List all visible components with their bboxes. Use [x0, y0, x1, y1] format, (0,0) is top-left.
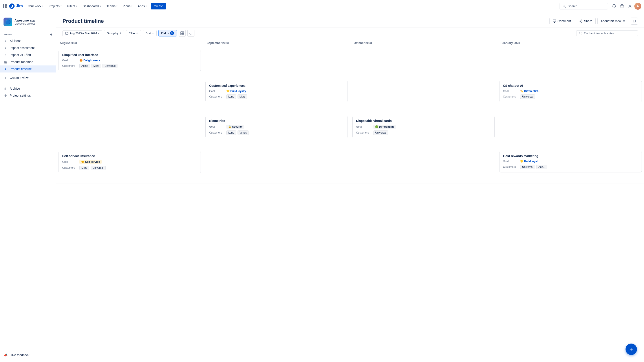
customer-universal[interactable]: Universal	[102, 64, 118, 68]
fields-count-badge: 3	[170, 31, 174, 35]
goal-delight-users[interactable]: 😍 Delight users	[80, 59, 100, 62]
sidebar-item-impact-effort[interactable]: ↗ Impact vs Effort	[0, 51, 56, 58]
svg-point-4	[629, 5, 630, 7]
sidebar-item-product-roadmap[interactable]: ▦ Product roadmap	[0, 58, 56, 65]
calendar-icon	[65, 32, 68, 35]
sidebar-item-archive[interactable]: 🗑 Archive	[0, 85, 56, 92]
date-range-button[interactable]: Aug 2023 – Mar 2024 ▾	[62, 30, 102, 36]
sidebar-item-impact-assessment[interactable]: ≡ Impact assesment	[0, 44, 56, 51]
timeline-icon: ≡	[4, 67, 8, 71]
card-customers-row: Customers Universal	[503, 94, 638, 99]
month-september: September 2023	[203, 39, 350, 47]
nav-teams[interactable]: Teams ▾	[104, 3, 120, 9]
comment-button[interactable]: Comment	[550, 18, 574, 24]
customers: Lune Venus	[226, 131, 249, 135]
goal-differentiate[interactable]: ✏️ Differentiat...	[520, 90, 540, 93]
nav-filters[interactable]: Filters ▾	[65, 3, 80, 9]
sort-button[interactable]: Sort +	[143, 30, 156, 36]
card-cs-chatbot[interactable]: CS chatbot AI Goal ✏️ Differentiat... Cu…	[499, 81, 642, 102]
nav-dashboards[interactable]: Dashboards ▾	[80, 3, 103, 9]
card-biometrics[interactable]: Biometrics Goal 🔒 Security Customers Lun…	[206, 116, 348, 138]
svg-line-22	[581, 34, 582, 34]
comment-icon	[553, 19, 556, 23]
nav-icon-group: ? A	[610, 3, 641, 10]
nav-your-work[interactable]: Your work ▾	[26, 3, 46, 9]
views-section-label: VIEWS +	[0, 30, 56, 37]
view-options-button[interactable]	[178, 30, 186, 37]
card-title: CS chatbot AI	[503, 84, 638, 87]
customer-universal[interactable]: Universal	[90, 166, 106, 170]
search-bar[interactable]: Search	[560, 3, 608, 9]
sidebar-item-all-ideas[interactable]: ≡ All ideas	[0, 37, 56, 44]
app-grid-icon[interactable]	[3, 4, 6, 8]
card-goal-row: Goal 🔒 Security	[209, 125, 344, 129]
group-by-button[interactable]: Group by +	[104, 30, 124, 36]
customer-lune[interactable]: Lune	[226, 131, 236, 135]
card-goal-row: Goal 🤝 Self service	[62, 160, 197, 164]
card-disposable-cards[interactable]: Disposable virtual cards Goal 🟢 Differen…	[352, 116, 495, 138]
row2-col-oct	[350, 78, 497, 113]
card-simplified-ui[interactable]: Simplified user interface Goal 😍 Delight…	[58, 50, 201, 71]
card-self-service-insurance[interactable]: Self-service insurance Goal 🤝 Self servi…	[58, 151, 201, 173]
timeline-row-2: Customised experiences Goal 💛 Build loya…	[56, 78, 644, 113]
sidebar-item-give-feedback[interactable]: 📣 Give feedback	[0, 352, 56, 359]
layout-icon	[180, 31, 184, 35]
about-view-button[interactable]: About this view	[597, 18, 629, 24]
filter-button[interactable]: Filter +	[126, 30, 141, 36]
fields-button[interactable]: Fields 3	[158, 30, 177, 36]
timeline-search[interactable]: Find an idea in this view	[576, 30, 638, 36]
card-customers-row: Customers Mars Universal	[62, 166, 197, 170]
timeline-row-4: Self-service insurance Goal 🤝 Self servi…	[56, 148, 644, 183]
sidebar-item-product-timeline[interactable]: ≡ Product timeline	[0, 65, 56, 72]
nav-projects[interactable]: Projects ▾	[46, 3, 64, 9]
goal-build-loyalty2[interactable]: 💛 Build loyalt...	[520, 160, 541, 163]
svg-line-9	[580, 21, 582, 22]
add-view-icon[interactable]: +	[50, 32, 52, 36]
fab-add-button[interactable]: +	[626, 344, 637, 355]
goal-build-loyalty[interactable]: 💛 Build loyalty	[226, 90, 246, 93]
card-goal-row: Goal 🟢 Differentiate	[356, 125, 491, 129]
card-customised-exp[interactable]: Customised experiences Goal 💛 Build loya…	[206, 81, 348, 102]
svg-point-6	[582, 22, 582, 23]
project-info[interactable]: 🔵 Awesome app Discovery project	[0, 16, 56, 30]
customer-acn[interactable]: Acn...	[536, 165, 547, 169]
customer-mars[interactable]: Mars	[238, 94, 248, 99]
row4-col-sep	[203, 148, 350, 183]
goal-differentiate2[interactable]: 🟢 Differentiate	[373, 125, 396, 129]
customer-lune[interactable]: Lune	[226, 94, 236, 99]
customer-acme[interactable]: Acme	[80, 64, 90, 68]
card-customers-row: Customers Universal Acn...	[503, 165, 638, 169]
nav-logo[interactable]: Jira	[3, 3, 23, 9]
chevron-down-icon: ▾	[76, 5, 77, 7]
user-avatar[interactable]: A	[634, 3, 641, 10]
sidebar-item-create-view[interactable]: + Create a view	[0, 74, 56, 81]
customer-universal[interactable]: Universal	[373, 131, 388, 135]
help-icon[interactable]: ?	[618, 3, 626, 10]
settings-icon[interactable]	[626, 3, 634, 10]
create-button[interactable]: Create	[151, 3, 166, 9]
customer-venus[interactable]: Venus	[238, 131, 249, 135]
nav-plans[interactable]: Plans ▾	[120, 3, 134, 9]
month-february: February 2023	[497, 39, 644, 47]
goal-self-service[interactable]: 🤝 Self service	[80, 160, 102, 164]
nav-apps[interactable]: Apps ▾	[136, 3, 149, 9]
card-gold-rewards[interactable]: Gold rewards marketing Goal 💛 Build loya…	[499, 151, 642, 173]
notifications-icon[interactable]	[610, 3, 618, 10]
customer-mars[interactable]: Mars	[80, 166, 89, 170]
goal-security[interactable]: 🔒 Security	[226, 125, 244, 129]
auto-schedule-button[interactable]	[188, 30, 194, 37]
expand-button[interactable]	[631, 17, 638, 25]
lines-icon	[623, 19, 626, 23]
customer-universal[interactable]: Universal	[520, 94, 535, 99]
search-icon	[562, 4, 566, 8]
share-button[interactable]: Share	[576, 18, 596, 24]
chevron-down-icon: ▾	[131, 5, 132, 7]
sidebar-item-project-settings[interactable]: ⚙ Project settings	[0, 92, 56, 99]
timeline-container: August 2023 September 2023 October 2023 …	[56, 39, 644, 362]
app-layout: 🔵 Awesome app Discovery project VIEWS + …	[0, 12, 644, 362]
search-placeholder: Search	[568, 4, 577, 8]
customer-universal[interactable]: Universal	[520, 165, 535, 169]
customer-mars[interactable]: Mars	[92, 64, 102, 68]
plus-icon: +	[4, 76, 8, 80]
month-october: October 2023	[350, 39, 497, 47]
